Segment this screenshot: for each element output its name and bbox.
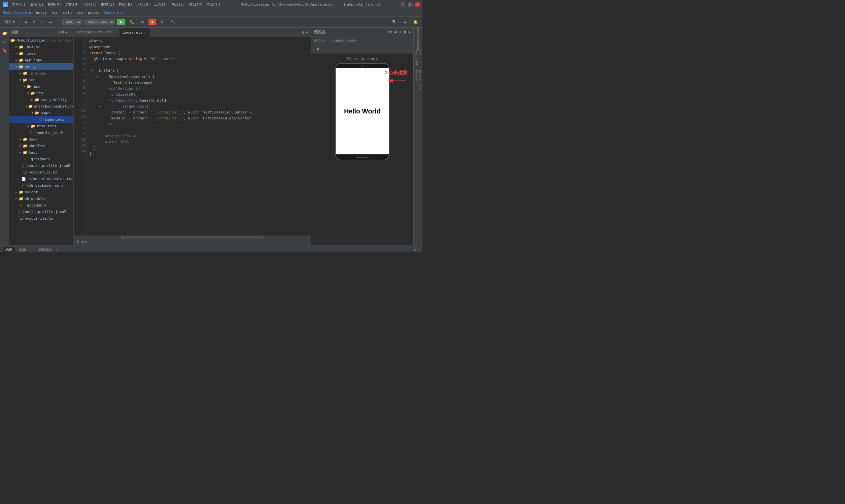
tree-item-hvigor2[interactable]: ▶ 📁 hvigor bbox=[9, 189, 73, 195]
sidebar-icon-project[interactable]: 📁 bbox=[1, 29, 8, 37]
menu-vcs[interactable]: VCS(E) bbox=[172, 2, 185, 6]
tree-item-entry[interactable]: ▼ 📂 entry bbox=[9, 63, 73, 70]
configure-btn[interactable]: ⚙ bbox=[22, 19, 30, 25]
bottom-close-icon[interactable]: — bbox=[417, 247, 420, 252]
breadcrumb-item-0[interactable]: MyApplication bbox=[3, 11, 31, 15]
settings-btn[interactable]: ⚙ bbox=[401, 19, 409, 25]
device-select[interactable]: No Devices bbox=[85, 19, 115, 25]
preview-grid-icon[interactable]: ⊞ bbox=[399, 30, 402, 35]
preview-eye-icon[interactable]: 👁 bbox=[388, 30, 392, 35]
coverage-btn[interactable]: ⊙ bbox=[139, 19, 146, 25]
filter-btn[interactable]: ⊟ bbox=[38, 19, 45, 25]
breadcrumb-item-3[interactable]: main bbox=[63, 11, 72, 15]
stop-btn[interactable]: ■ bbox=[148, 19, 156, 25]
sync-tab-close[interactable]: ✕ bbox=[30, 248, 32, 252]
project-btn[interactable]: 项目 ▾ bbox=[3, 19, 17, 25]
maximize-btn[interactable]: □ bbox=[408, 2, 412, 7]
breadcrumb-item-1[interactable]: entry bbox=[36, 11, 47, 15]
menu-file[interactable]: 文件(F) bbox=[12, 2, 26, 7]
tree-item-resources[interactable]: ▶ 📁 resources bbox=[9, 123, 73, 129]
right-icon-assistant[interactable]: Kit Assistant bbox=[414, 50, 422, 69]
preview-back-btn[interactable]: ◀ bbox=[314, 45, 321, 52]
breadcrumb-item-6[interactable]: Index.ets bbox=[104, 11, 123, 15]
debug-btn[interactable]: 🐛 bbox=[128, 19, 136, 25]
tree-item-ets[interactable]: ▼ 📂 ets bbox=[9, 90, 73, 96]
breadcrumb-item-4[interactable]: ets bbox=[76, 11, 83, 15]
tree-item-main[interactable]: ▼ 📂 main bbox=[9, 83, 73, 90]
tree-item-idea[interactable]: ▶ 📁 .idea bbox=[9, 50, 73, 57]
structure-btn[interactable]: ≡ bbox=[31, 19, 37, 25]
right-icon-browser[interactable]: Device File Browser bbox=[414, 70, 422, 93]
tree-item-hvigorfile[interactable]: ts hvigorfile.ts bbox=[9, 169, 73, 176]
sidebar-icon-structure[interactable]: ≡ bbox=[1, 38, 8, 46]
tree-item-mock[interactable]: ▶ 📁 mock bbox=[9, 136, 73, 143]
tree-item-ohmodules[interactable]: ▶ 📁 oh_modules bbox=[9, 195, 73, 202]
menu-tools[interactable]: 工具(T) bbox=[154, 2, 168, 7]
search-everywhere-btn[interactable]: 🔍 bbox=[390, 19, 399, 25]
bottom-tab-build[interactable]: 构建 bbox=[3, 247, 15, 252]
tree-label-entry: entry bbox=[25, 65, 36, 69]
tree-item-pages[interactable]: ▼ 📂 pages bbox=[9, 109, 73, 116]
tree-item-ohpackage[interactable]: { } oh-package.json5 bbox=[9, 182, 73, 189]
menu-build[interactable]: 构建(B) bbox=[119, 2, 133, 7]
preview-more-btn[interactable]: ··· bbox=[331, 45, 338, 52]
preview-close-icon[interactable]: ✕ bbox=[408, 30, 411, 35]
breadcrumb-item-5[interactable]: pages bbox=[88, 11, 99, 15]
tree-expand-icon[interactable]: ⊞ bbox=[61, 30, 64, 35]
tree-item-test[interactable]: ▶ 📁 test bbox=[9, 149, 73, 156]
tree-gear-icon[interactable]: ⚙ bbox=[58, 30, 60, 35]
build2-btn[interactable]: 🔨 bbox=[168, 19, 177, 25]
menu-nav[interactable]: 导航(N) bbox=[65, 2, 79, 7]
tab-entryability[interactable]: EntryAbility.ets ✕ bbox=[74, 28, 120, 37]
preview-refresh-btn[interactable]: ↑ bbox=[322, 45, 330, 52]
tree-item-gitignore[interactable]: 🔸 .gitignore bbox=[9, 156, 73, 162]
tab-entryability-close[interactable]: ✕ bbox=[114, 30, 116, 34]
tree-item-preview[interactable]: ▶ 📁 .preview bbox=[9, 70, 73, 76]
tree-item-ohostest[interactable]: ▶ 📁 ohosTest bbox=[9, 143, 73, 149]
menu-help[interactable]: 帮助(H) bbox=[207, 2, 221, 7]
tree-collapse-icon[interactable]: — bbox=[65, 30, 68, 35]
bottom-settings-icon[interactable]: ⚙ bbox=[413, 247, 416, 252]
tab-indexets-close[interactable]: ✕ bbox=[145, 31, 146, 34]
tree-item-indexets[interactable]: ⬡ Index.ets bbox=[9, 116, 73, 123]
tree-item-myapp[interactable]: ▼ 📂 MyApplication E:\HarmonyNext\MyAppli… bbox=[9, 37, 73, 43]
tree-item-gitignore2[interactable]: 🔸 .gitignore bbox=[9, 202, 73, 209]
notifications-btn[interactable]: 🔔 bbox=[411, 19, 420, 25]
bottom-tab-sync[interactable]: 同步 ✕ bbox=[17, 247, 34, 252]
minimize-btn[interactable]: — bbox=[401, 2, 405, 7]
run-btn[interactable]: ▶ bbox=[117, 19, 125, 25]
tab-indexets[interactable]: Index.ets ✕ bbox=[120, 28, 150, 37]
menu-edit[interactable]: 编辑(E) bbox=[30, 2, 43, 7]
menu-run[interactable]: 运行(U) bbox=[136, 2, 150, 7]
menu-window[interactable]: 窗口(W) bbox=[189, 2, 203, 7]
menu-code[interactable]: 代码(C) bbox=[83, 2, 97, 7]
tree-item-hvigor[interactable]: ▶ 📁 .hvigor bbox=[9, 43, 73, 50]
tree-item-entrybackup[interactable]: ▶ 📁 entrybackupability bbox=[9, 103, 73, 109]
tree-item-modulejson[interactable]: { } module.json5 bbox=[9, 129, 73, 136]
menu-view[interactable]: 视图(V) bbox=[48, 2, 61, 7]
tree-item-obfuscation[interactable]: 📄 obfuscation-rules.txt bbox=[9, 176, 73, 182]
editor-more-icon[interactable]: ≡ bbox=[306, 30, 308, 35]
sidebar-icon-bookmark[interactable]: 🔖 bbox=[1, 46, 8, 54]
reload-btn[interactable]: ↻ bbox=[159, 19, 166, 25]
tree-item-buildprofile[interactable]: { } build-profile.json5 bbox=[9, 162, 73, 169]
close-btn[interactable]: ✕ bbox=[415, 2, 420, 7]
tree-item-appscope[interactable]: ▶ 📁 AppScope bbox=[9, 57, 73, 63]
preview-inspect-icon[interactable]: ⊕ bbox=[394, 30, 397, 35]
bottom-tab-buildoutput[interactable]: 构建输出 ✕ bbox=[36, 247, 61, 252]
editor-scrollbar[interactable] bbox=[74, 235, 311, 238]
tree-item-buildprofile2[interactable]: { } build-profile.json5 bbox=[9, 209, 73, 215]
code-editor[interactable]: @Entry @Component struct Index { @State … bbox=[87, 37, 311, 235]
menu-refactor[interactable]: 重构(S) bbox=[101, 2, 115, 7]
preview-settings-icon[interactable]: ⚙ bbox=[403, 30, 406, 35]
tree-item-hvigorfile2[interactable]: ts hvigorfile.ts bbox=[9, 215, 73, 222]
breadcrumb-item-2[interactable]: src bbox=[52, 11, 58, 15]
entry-select[interactable]: entry bbox=[63, 19, 82, 25]
buildoutput-tab-close[interactable]: ✕ bbox=[56, 248, 58, 252]
editor-settings-icon[interactable]: ⚙ bbox=[302, 30, 305, 35]
right-icon-notifications[interactable]: Notifications bbox=[414, 29, 422, 49]
collapse-btn[interactable]: — bbox=[47, 19, 54, 25]
tree-item-entryability[interactable]: ▶ 📁 entryability bbox=[9, 96, 73, 103]
tree-item-src[interactable]: ▼ 📂 src bbox=[9, 76, 73, 83]
tree-more-icon[interactable]: ✕ bbox=[69, 30, 71, 35]
